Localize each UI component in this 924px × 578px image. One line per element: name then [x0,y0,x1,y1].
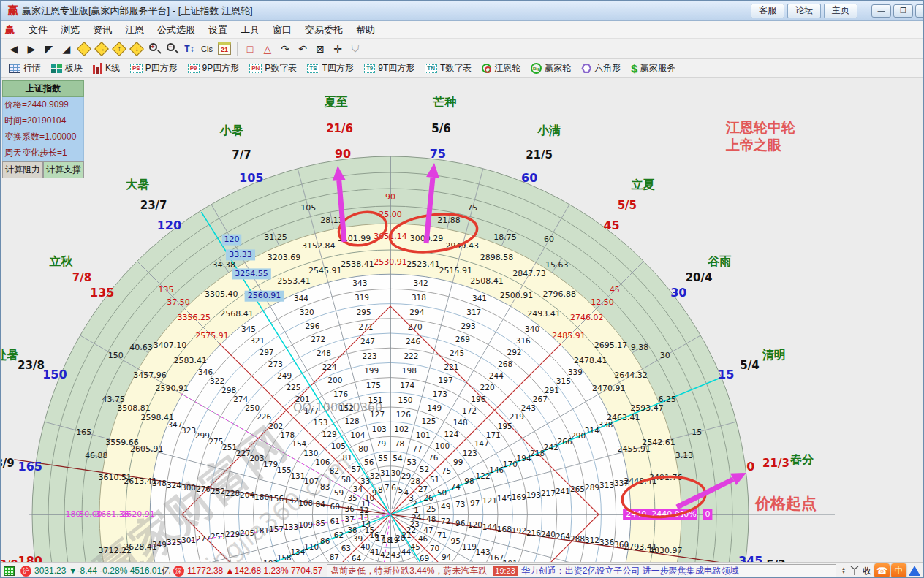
calc-support-button[interactable]: 计算支撑 [43,161,84,178]
spiral-number: 127 [370,410,385,419]
floating-triangle-icon[interactable] [909,566,920,576]
homepage-button[interactable]: 主页 [824,4,857,18]
news-ticker[interactable]: 盘前走低，特斯拉跌3.44%，蔚来汽车跌 19:23 华力创通：出资2亿设立子公… [327,564,836,578]
spiral-number: 120 [468,520,482,529]
tri-downright-icon[interactable]: ◢ [58,41,75,57]
spiral-number: 74 [451,482,461,491]
spiral-number: 37 [345,514,355,523]
menu-item-8[interactable]: 窗口 [266,22,298,38]
parameter-row-1: 价格=2440.9099 [2,97,84,113]
sectors-button[interactable]: 板块 [48,61,86,75]
spiral-number: 193 [526,490,541,499]
menu-item-5[interactable]: 公式选股 [151,22,202,38]
price-outer-label: 2644.32 [614,370,648,380]
menu-item-7[interactable]: 工具 [234,22,266,38]
diamond-left-icon[interactable]: ← [76,41,92,57]
sh-index-change: ▼-8.44 [69,566,97,576]
menu-item-6[interactable]: 设置 [202,22,234,38]
percent-label: 18.75 [493,232,517,242]
floating-widget-icon[interactable]: 中 [891,563,906,578]
triangle-tool-icon[interactable]: △ [260,41,276,57]
spiral-number: 312 [585,536,599,544]
percent-label: 6.25 [659,395,677,404]
calc-resistance-button[interactable]: 计算阻力 [2,161,43,178]
spiral-number: 203 [249,454,264,463]
forum-button[interactable]: 论坛 [787,4,821,18]
spiral-number: 152 [339,403,354,412]
boxed-x-icon[interactable]: ⊠ [312,41,328,57]
price-outer-label: 2593.47 [630,403,664,413]
nav-back-icon[interactable]: ◀ [6,41,22,57]
crosshair-icon[interactable]: ✛ [330,41,346,57]
ticker-scroll-control[interactable]: ▲▼ [841,567,846,574]
zoom-out-icon[interactable]: − [164,41,180,57]
rotate-cw-icon[interactable]: ↷ [277,41,293,57]
nav-back-icon-glyph: ◀ [10,43,18,55]
maximize-button[interactable]: ❐ [893,4,913,18]
spiral-number: 151 [368,395,382,404]
t-updown-icon[interactable]: T↕ [181,41,197,57]
rotate-ccw-icon[interactable]: ↶ [295,41,311,57]
kline-button[interactable]: K线 [90,61,123,75]
p-square-button[interactable]: PSP四方形 [127,61,181,75]
zoom-in-icon[interactable]: + [146,41,162,57]
menu-item-2[interactable]: 浏览 [54,22,86,38]
t-square-button[interactable]: TST四方形 [304,61,357,75]
parameter-row-2: 时间=20190104 [2,113,84,129]
winner-service-button[interactable]: $赢家服务 [628,61,678,75]
quotes-button[interactable]: 行情 [6,61,44,75]
spiral-number: 177 [304,406,319,415]
solar-term-name: 大暑 [126,178,149,191]
spiral-number: 148 [453,418,468,427]
spiral-number: 218 [530,449,545,457]
spiral-number: 24 [412,513,422,522]
t-table-button[interactable]: TNT数字表 [422,61,474,75]
hexagon-button[interactable]: 六角形 [578,61,624,75]
gann-wheel-button[interactable]: 江恩轮 [479,61,523,75]
spiral-number: 107 [304,476,319,485]
presentation-icon[interactable]: ⛉ [347,41,363,57]
diamond-down-icon[interactable]: ↓ [129,41,145,57]
nav-forward-icon[interactable]: ▶ [23,41,39,57]
p9-square-button[interactable]: P99P四方形 [185,61,242,75]
menu-item-4[interactable]: 江恩 [118,22,151,38]
t9-square-button[interactable]: T99T四方形 [361,61,417,75]
tag-icon: TN [425,64,437,73]
spiral-number: 158 [277,553,292,562]
spiral-number: 223 [363,351,377,360]
floating-phone-icon[interactable]: ☎ [874,563,890,578]
minimize-button[interactable]: — [871,4,891,18]
p-table-button[interactable]: PNP数字表 [246,61,300,75]
diamond-up-icon[interactable]: ↑ [111,41,127,57]
spiral-number: 345 [241,324,256,333]
tri-upleft-icon-glyph: ◤ [45,43,53,55]
wheel-title-line2: 上帝之眼 [725,137,782,153]
gann-wheel-chart[interactable]: 赢家财富网www.yingjia360.comQQ:10000036012345… [1,78,924,562]
sh-index-value: 3031.23 [34,566,66,576]
spiral-number: 344 [294,294,308,303]
diamond-right-icon[interactable]: → [94,41,110,57]
blocks-icon [51,64,62,73]
outer-degree-label: 0 [746,460,754,474]
quote-grid-icon[interactable] [4,566,15,576]
diamond-left-icon-shape: ← [77,42,91,56]
cls-button[interactable]: Cls [199,41,215,57]
tri-upleft-icon[interactable]: ◤ [41,41,57,57]
price-inner-label: 2583.41 [174,356,208,365]
menu-item-3[interactable]: 资讯 [86,22,118,38]
mdi-minimize-button[interactable]: — [906,26,919,34]
degree-ring-label: 120 [224,235,240,244]
spiral-number: 204 [240,490,254,499]
close-button[interactable]: ✕ [915,4,924,18]
menu-item-9[interactable]: 交易委托 [298,22,349,38]
menu-item-10[interactable]: 帮助 [349,22,382,38]
spiral-number: 157 [269,525,284,533]
rect-tool-icon[interactable]: □ [242,41,258,57]
calendar-icon[interactable]: 21 [216,41,232,57]
menu-item-1[interactable]: 文件 [22,22,54,38]
winner-wheel-button[interactable]: Big赢家轮 [528,61,574,75]
gann-wheel-canvas[interactable]: 赢家财富网www.yingjia360.comQQ:10000036012345… [1,78,924,562]
gann-wheel-button-label: 江恩轮 [494,62,520,75]
spiral-number: 266 [558,437,572,446]
customer-service-button[interactable]: 客服 [751,4,784,18]
